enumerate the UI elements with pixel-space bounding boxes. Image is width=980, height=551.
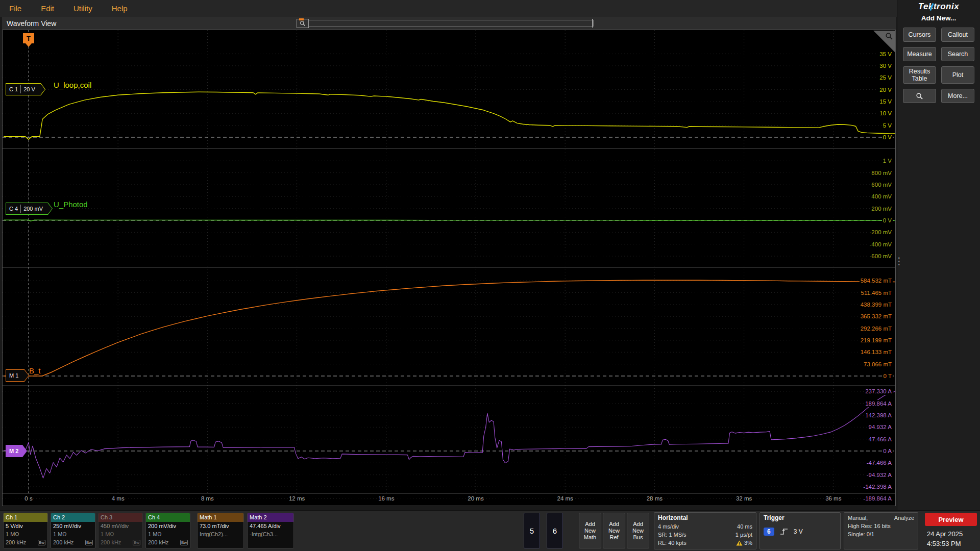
sidebar-button-cursors[interactable]: Cursors [903, 28, 936, 42]
scale-label-math1: 292.266 mT [860, 325, 893, 332]
channel-badge-ch4[interactable]: C 4200 mV [6, 203, 53, 215]
x-axis-label: 16 ms [373, 495, 400, 502]
zoom-handle[interactable] [297, 19, 309, 28]
tekscope-app: FileEditUtilityHelp Waveform View T [0, 0, 980, 551]
sidebar-button-more[interactable]: More... [941, 89, 974, 103]
panel-drag-handle[interactable]: ⋮ [894, 255, 903, 267]
horizontal-panel[interactable]: Horizontal 4 ms/div 40 ms SR: 1 MS/s 1 µ… [654, 512, 756, 549]
record-length: RL: 40 kpts [658, 539, 687, 547]
trace-label-ch1: U_loop,coil [54, 81, 91, 89]
scale-label-ch1: 30 V [878, 62, 893, 69]
magnifier-icon [916, 92, 923, 100]
channel-tile-name: Math 1 [198, 513, 243, 522]
trigger-title: Trigger [764, 514, 837, 522]
scale-label-ch4: -400 mV [869, 241, 893, 248]
zoom-corner-button[interactable] [873, 31, 895, 52]
channel-tile-row: 200 kHzBw [51, 538, 95, 546]
scale-label-ch4: 200 mV [870, 205, 893, 212]
trigger-position-flag[interactable]: T [23, 33, 34, 43]
menu-utility[interactable]: Utility [74, 4, 92, 13]
waveform-plot[interactable]: T 35 V30 V25 V20 V15 V10 V5 V0 VC 120 VU… [2, 30, 896, 506]
traces [3, 30, 896, 506]
zoom-track[interactable] [309, 20, 594, 27]
sidebar: Tektronix Add New... CursorsCalloutMeasu… [897, 0, 980, 510]
channel-tile-math-1[interactable]: Math 173.0 mT/divIntg(Ch2)... [197, 513, 244, 548]
channel-tile-ch-3[interactable]: Ch 3450 mV/div1 MΩ200 kHzBw [98, 513, 143, 548]
date-label: 24 Apr 2025 [927, 530, 963, 538]
acquisition-panel[interactable]: Manual, Analyze High Res: 16 bits Single… [844, 512, 918, 549]
add-new-bus-button[interactable]: AddNewBus [627, 513, 649, 548]
channel-tile-row: 47.465 A/div [248, 522, 293, 530]
trace-C4 [4, 220, 896, 221]
scale-label-math1: 73.066 mT [863, 361, 893, 368]
channel-tile-ch-2[interactable]: Ch 2250 mV/div1 MΩ200 kHzBw [51, 513, 95, 548]
scale-label-math2: 189.864 A [864, 400, 893, 407]
x-axis-label: 20 ms [462, 495, 489, 502]
scale-label-ch1: 0 V [882, 134, 893, 141]
trigger-flag-tip [26, 43, 32, 47]
add-new-ref-button[interactable]: AddNewRef [603, 513, 625, 548]
trace-M2 [4, 391, 896, 478]
scale-label-math2: 237.330 A [864, 388, 893, 395]
sidebar-button-search[interactable]: Search [941, 47, 974, 61]
scale-label-ch1: 15 V [878, 98, 893, 105]
channel-tile-math-2[interactable]: Math 247.465 A/div-Intg(Ch3... [247, 513, 294, 548]
trace-label-ch4: U_Photod [54, 200, 88, 209]
channel-tile-row: 250 mV/div [51, 522, 95, 530]
brand-text: Tektronix [918, 2, 959, 11]
sidebar-button-measure[interactable]: Measure [903, 47, 936, 61]
zoom-pan-control[interactable] [297, 18, 594, 29]
scale-label-math2: 47.466 A [868, 436, 893, 443]
trigger-panel[interactable]: Trigger 6 3 V [760, 512, 841, 549]
bandwidth-icon: Bw [85, 540, 93, 545]
trace-M1 [4, 280, 896, 376]
x-axis-label: 4 ms [105, 495, 131, 502]
x-axis-label: 28 ms [641, 495, 668, 502]
channel-tile-ch-1[interactable]: Ch 15 V/div1 MΩ200 kHzBw [3, 513, 48, 548]
scale-label-ch4: -600 mV [869, 253, 893, 260]
trace-label-math1: B_t [29, 366, 41, 375]
scale-label-ch4: 400 mV [870, 193, 893, 200]
scale-label-math1: 438.399 mT [860, 301, 893, 308]
bandwidth-icon: Bw [180, 540, 188, 545]
trigger-source-badge[interactable]: 6 [764, 528, 774, 536]
preview-button[interactable]: Preview [925, 513, 977, 526]
scale-label-math1: 511.465 mT [860, 289, 893, 296]
channel-tile-row: 1 MΩ [99, 530, 142, 538]
channel-tile-row: 200 kHzBw [146, 538, 190, 546]
scale-label-math1: 0 T [883, 372, 893, 380]
trigger-tick-icon [299, 18, 304, 20]
bandwidth-icon: Bw [133, 540, 140, 545]
sidebar-button-callout[interactable]: Callout [941, 28, 974, 42]
scale-label-ch4: 800 mV [870, 169, 893, 177]
channel-badge-ch1[interactable]: C 120 V [6, 83, 45, 95]
x-axis-label: 24 ms [552, 495, 578, 502]
add-new-math-button[interactable]: AddNewMath [579, 513, 601, 548]
scale-label-math2: -142.398 A [862, 483, 893, 490]
warning-icon [736, 540, 743, 546]
magnifier-icon [885, 32, 893, 40]
x-axis-label: 36 ms [820, 495, 847, 502]
channel-tile-ch-4[interactable]: Ch 4200 mV/div1 MΩ200 kHzBw [145, 513, 190, 548]
time-label: 4:53:53 PM [927, 540, 961, 547]
channel-tile-row: 1 MΩ [4, 530, 47, 538]
scale-label-ch1: 20 V [878, 86, 893, 93]
acquisition-resolution: High Res: 16 bits [848, 522, 891, 530]
acquisition-analyze: Analyze [894, 514, 914, 522]
menu-file[interactable]: File [9, 4, 21, 13]
channel-tile-6[interactable]: 6 [547, 513, 563, 548]
sidebar-zoom-button[interactable] [903, 89, 936, 103]
zoom-track-end [592, 19, 593, 28]
scale-label-math1: 365.332 mT [860, 313, 893, 320]
compression-percent: 3% [744, 539, 752, 547]
channel-badge-math1[interactable]: M 1 [6, 369, 29, 382]
menu-help[interactable]: Help [112, 4, 128, 13]
sidebar-button-results-table[interactable]: Results Table [903, 66, 936, 84]
scale-label-math2: 142.398 A [864, 412, 893, 419]
scale-label-math2: 94.932 A [868, 423, 893, 431]
x-axis-label: 12 ms [284, 495, 310, 502]
menu-edit[interactable]: Edit [41, 4, 54, 13]
channel-tile-5[interactable]: 5 [524, 513, 540, 548]
scale-label-ch4: 0 V [882, 217, 893, 224]
sidebar-button-plot[interactable]: Plot [941, 66, 974, 84]
